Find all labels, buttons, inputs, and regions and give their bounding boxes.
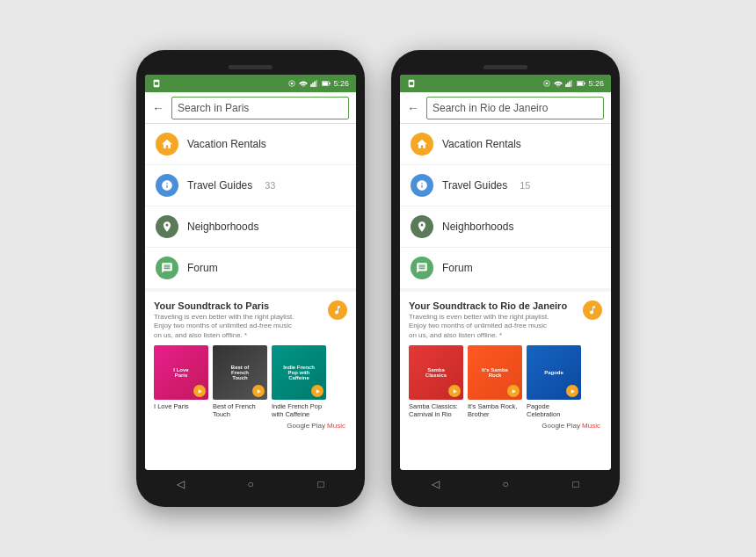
vacation-rentals-icon [156, 133, 178, 156]
nav-home-button[interactable]: ○ [238, 475, 263, 493]
neighborhoods-icon [411, 215, 433, 238]
forum-label: Forum [187, 262, 218, 274]
phone-top-bar [145, 59, 356, 75]
svg-marker-12 [257, 389, 260, 394]
google-play-footer: Google Play Music [154, 422, 347, 430]
svg-rect-7 [316, 80, 318, 87]
scene: 5:26 ← Search in Paris Vacation Rentals [0, 0, 756, 557]
album-cover: Pagode [527, 345, 581, 400]
travel-guides-label: Travel Guides [187, 179, 252, 192]
soundtrack-section: Your Soundtrack to Paris Traveling is ev… [145, 292, 356, 470]
back-arrow-icon[interactable]: ← [152, 101, 164, 115]
status-time: 5:26 [333, 79, 349, 88]
forum-icon [156, 257, 178, 279]
forum-label: Forum [442, 262, 473, 274]
menu-item-vacation-rentals[interactable]: Vacation Rentals [145, 124, 356, 165]
svg-rect-23 [585, 83, 585, 85]
svg-rect-18 [566, 84, 568, 87]
menu-item-forum[interactable]: Forum [400, 248, 611, 288]
menu-item-travel-guides[interactable]: Travel Guides 15 [400, 165, 611, 206]
phone-nav-bar: ◁ ○ □ [400, 470, 611, 498]
search-input[interactable]: Search in Rio de Janeiro [426, 97, 604, 119]
neighborhoods-label: Neighborhoods [442, 221, 513, 233]
menu-item-travel-guides[interactable]: Travel Guides 33 [145, 165, 356, 206]
svg-rect-21 [571, 80, 573, 87]
album-cover: SambaClassics [409, 345, 463, 400]
svg-rect-10 [323, 82, 328, 85]
play-badge [566, 385, 578, 397]
album-row: SambaClassics Samba Classics: Carnival i… [409, 345, 602, 418]
album-item[interactable]: I LoveParis I Love Paris [154, 345, 208, 418]
svg-rect-19 [568, 83, 570, 87]
nav-recent-button[interactable]: □ [563, 475, 588, 493]
album-title: Best of French Touch [213, 402, 267, 418]
album-item[interactable]: SambaClassics Samba Classics: Carnival i… [409, 345, 463, 418]
menu-item-vacation-rentals[interactable]: Vacation Rentals [400, 124, 611, 165]
menu-list: Vacation Rentals Travel Guides 33 [145, 124, 356, 288]
menu-list: Vacation Rentals Travel Guides 15 [400, 124, 611, 288]
menu-item-neighborhoods[interactable]: Neighborhoods [145, 206, 356, 248]
google-play-music-text: Music [582, 422, 600, 430]
google-play-text: Google Play [287, 422, 327, 430]
google-play-text: Google Play [542, 422, 582, 430]
album-cover: Best ofFrenchTouch [213, 345, 267, 400]
nav-home-button[interactable]: ○ [493, 475, 518, 493]
status-bar: 5:26 [400, 75, 611, 92]
status-left-icons [152, 79, 161, 88]
album-item[interactable]: Indie FrenchPop withCaffeine Indie Frenc… [272, 345, 326, 418]
neighborhoods-icon [156, 215, 178, 238]
phone-screen: 5:26 ← Search in Paris Vacation Rentals [145, 75, 356, 470]
play-badge [507, 385, 520, 397]
svg-point-3 [291, 83, 294, 85]
svg-marker-13 [316, 389, 319, 394]
travel-guides-label: Travel Guides [442, 179, 507, 192]
search-input[interactable]: Search in Paris [171, 97, 349, 119]
album-cover: It's SambaRock [468, 345, 522, 400]
travel-guides-icon [411, 174, 433, 197]
signal-icon [565, 79, 574, 88]
album-title: It's Samba Rock, Brother [468, 402, 522, 418]
nav-back-button[interactable]: ◁ [168, 475, 193, 493]
album-item[interactable]: Pagode Pagode Celebration [527, 345, 581, 418]
travel-guides-icon [156, 174, 178, 197]
album-row: I LoveParis I Love Paris Best ofFrenchTo… [154, 345, 347, 418]
soundtrack-header: Your Soundtrack to Rio de Janeiro Travel… [409, 300, 602, 340]
phone-speaker [229, 65, 273, 69]
google-play-footer: Google Play Music [409, 422, 602, 430]
svg-marker-27 [571, 389, 574, 394]
phone-speaker [483, 65, 527, 69]
album-title: I Love Paris [154, 402, 208, 410]
album-item[interactable]: Best ofFrenchTouch Best of French Touch [213, 345, 267, 418]
menu-item-neighborhoods[interactable]: Neighborhoods [400, 206, 611, 248]
svg-rect-15 [410, 82, 413, 84]
neighborhoods-label: Neighborhoods [187, 221, 258, 233]
soundtrack-header: Your Soundtrack to Paris Traveling is ev… [154, 300, 347, 340]
search-bar: ← Search in Rio de Janeiro [400, 92, 611, 124]
phone-paris: 5:26 ← Search in Paris Vacation Rentals [136, 50, 365, 507]
album-item[interactable]: It's SambaRock It's Samba Rock, Brother [468, 345, 522, 418]
vacation-rentals-label: Vacation Rentals [187, 138, 266, 150]
nav-recent-button[interactable]: □ [309, 475, 333, 493]
battery-icon [577, 79, 585, 88]
album-title: Samba Classics: Carnival in Rio [409, 402, 463, 418]
svg-marker-11 [198, 389, 201, 394]
vacation-rentals-label: Vacation Rentals [442, 138, 521, 150]
phone-top-bar [400, 59, 611, 75]
nav-back-button[interactable]: ◁ [423, 475, 447, 493]
settings-icon [287, 79, 296, 88]
sim-icon [407, 79, 416, 88]
travel-guides-count: 15 [520, 180, 530, 191]
soundtrack-music-icon [328, 300, 347, 320]
battery-icon [322, 79, 331, 88]
settings-icon [542, 79, 551, 88]
google-play-music-text: Music [327, 422, 345, 430]
sim-icon [152, 79, 161, 88]
svg-rect-9 [330, 83, 331, 85]
soundtrack-title: Your Soundtrack to Paris [154, 300, 294, 311]
back-arrow-icon[interactable]: ← [407, 101, 419, 115]
soundtrack-desc: Traveling is even better with the right … [409, 313, 549, 340]
menu-item-forum[interactable]: Forum [145, 248, 356, 288]
svg-marker-26 [512, 389, 515, 394]
album-title: Indie French Pop with Caffeine [272, 402, 326, 418]
svg-rect-6 [315, 82, 316, 87]
